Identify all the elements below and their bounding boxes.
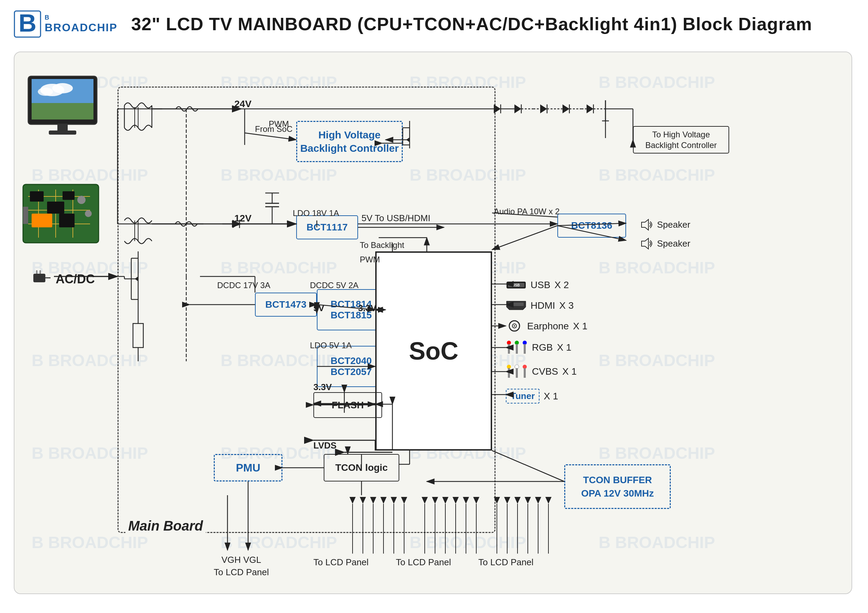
watermark-8: B BROADCHIP <box>598 166 715 184</box>
usb-label: USB <box>530 280 550 291</box>
ac-plug <box>32 269 52 287</box>
svg-marker-163 <box>525 497 531 504</box>
hdmi-count: X 3 <box>560 300 574 311</box>
watermark-16: B BROADCHIP <box>598 351 715 370</box>
logo-area: B B BROADCHIP <box>14 10 118 38</box>
svg-line-210 <box>492 450 564 481</box>
v24-label: 24V <box>234 99 251 110</box>
rgb-icon <box>506 341 528 354</box>
svg-point-38 <box>514 325 515 327</box>
hdmi-row: HDMI X 3 <box>506 299 574 311</box>
earphone-count: X 1 <box>573 321 587 332</box>
svg-marker-31 <box>642 238 648 249</box>
tcon-logic-label: TCON logic <box>335 462 388 473</box>
tuner-label: Tuner <box>511 391 535 401</box>
svg-marker-30 <box>642 220 648 230</box>
usb-row: USB USB X 2 <box>506 279 569 291</box>
bct8136-box: BCT8136 <box>557 214 626 238</box>
hv-right-box: To High VoltageBacklight Controller <box>633 126 729 153</box>
tcon-buffer-box: TCON BUFFEROPA 12V 30MHz <box>564 464 671 509</box>
rgb-row: RGB X 1 <box>506 341 572 354</box>
watermark-23: B BROADCHIP <box>409 533 526 552</box>
earphone-label: Earphone <box>527 321 569 332</box>
svg-rect-50 <box>524 368 526 378</box>
watermark-12: B BROADCHIP <box>598 258 715 277</box>
svg-point-24 <box>85 210 92 217</box>
svg-rect-40 <box>508 344 510 354</box>
svg-rect-35 <box>508 303 524 306</box>
usb-icon: USB <box>506 279 527 291</box>
tcon-logic-box: TCON logic <box>324 454 399 481</box>
diagram-area: B BROADCHIP B BROADCHIP B BROADCHIP B BR… <box>14 51 852 594</box>
svg-marker-74 <box>563 104 569 113</box>
rgb-count: X 1 <box>557 342 572 353</box>
speaker2-icon <box>640 238 654 250</box>
svg-marker-78 <box>587 104 594 113</box>
v5-label: 5V <box>313 303 324 314</box>
ldo-label: LDO 18V 1A <box>293 209 339 218</box>
pwm-top-label: PWM <box>269 119 289 129</box>
board-image <box>21 183 100 245</box>
bct1473-label: BCT1473 <box>265 299 307 310</box>
cvbs-label: CVBS <box>532 366 558 377</box>
svg-rect-18 <box>30 191 43 201</box>
bct8136-label: BCT8136 <box>571 220 612 231</box>
speaker2-label: Speaker <box>657 238 690 249</box>
v12-label: 12V <box>234 213 251 224</box>
hv-controller-box: High VoltageBacklight Controller <box>296 121 403 162</box>
watermark-4: B BROADCHIP <box>598 73 715 92</box>
watermark-20: B BROADCHIP <box>598 444 715 463</box>
soc-box: SoC <box>375 251 492 450</box>
broadchip-logo: B <box>14 10 41 38</box>
svg-marker-161 <box>504 497 510 504</box>
main-board-label: Main Board <box>126 518 206 534</box>
bottom-label-3: To LCD Panel <box>396 557 451 568</box>
bct1473-box: BCT1473 <box>255 293 317 317</box>
bottom-label-2: To LCD Panel <box>313 557 368 568</box>
dcdc5v-label: DCDC 5V 2A <box>310 280 358 290</box>
svg-rect-42 <box>516 344 518 354</box>
svg-point-6 <box>52 83 73 93</box>
tv-image <box>25 73 100 138</box>
svg-line-134 <box>492 226 557 250</box>
earphone-icon <box>506 320 523 332</box>
bottom-label-4: To LCD Panel <box>478 557 533 568</box>
pmu-label: PMU <box>236 461 260 474</box>
svg-rect-8 <box>32 103 93 119</box>
header: B B BROADCHIP 32" LCD TV MAINBOARD (CPU+… <box>14 10 854 43</box>
svg-marker-66 <box>515 104 521 113</box>
hv-right-label: To High VoltageBacklight Controller <box>645 129 717 150</box>
svg-text:B: B <box>19 10 36 37</box>
rgb-label: RGB <box>532 342 553 353</box>
earphone-row: Earphone X 1 <box>506 320 587 332</box>
svg-rect-44 <box>524 344 526 354</box>
ac-dc-label: AC/DC <box>56 272 95 286</box>
bct1117-label: BCT1117 <box>307 222 348 233</box>
watermark-22: B BROADCHIP <box>221 533 337 552</box>
speaker1-label: Speaker <box>657 220 690 230</box>
to-backlight-label: To Backlight <box>360 240 404 250</box>
watermark-21: B BROADCHIP <box>32 533 148 552</box>
bct2040-label: BCT2040BCT2057 <box>330 355 372 378</box>
speaker2-row: Speaker <box>640 238 690 250</box>
flash-label: FLASH <box>332 400 364 411</box>
company-name: B BROADCHIP <box>45 14 118 34</box>
flash-box: FLASH <box>313 392 382 418</box>
svg-rect-26 <box>33 274 45 282</box>
svg-rect-20 <box>62 191 74 200</box>
svg-text:USB: USB <box>512 283 519 287</box>
ldo5v-label: LDO 5V 1A <box>310 341 352 350</box>
svg-rect-48 <box>516 368 518 378</box>
speaker1-row: Speaker <box>640 219 690 231</box>
company-name-text: BROADCHIP <box>45 21 118 34</box>
pmu-box: PMU <box>214 454 282 481</box>
dcdc17v-label: DCDC 17V 3A <box>217 280 270 290</box>
v5-usb-label: 5V To USB/HDMI <box>361 213 430 224</box>
audio-pa-label: Audio PA 10W x 2 <box>494 207 560 216</box>
lvds-label: LVDS <box>313 440 336 451</box>
hdmi-icon <box>506 299 527 311</box>
bottom-label-1: VGH VGLTo LCD Panel <box>214 554 269 579</box>
svg-rect-19 <box>47 201 64 214</box>
soc-label: SoC <box>409 337 459 365</box>
usb-count: X 2 <box>555 280 569 291</box>
